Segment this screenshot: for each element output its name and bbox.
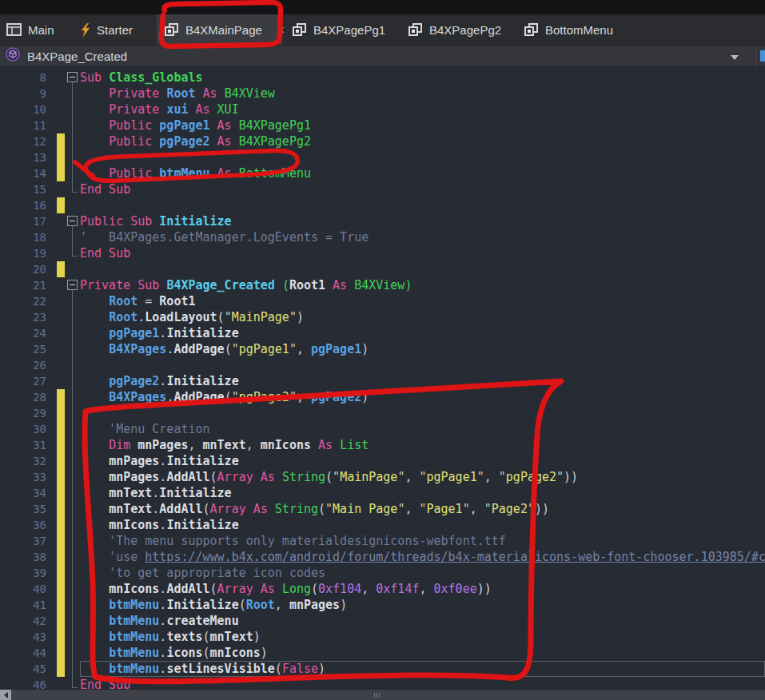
line-number: 17 — [0, 213, 54, 229]
code-line[interactable]: 20 — [0, 261, 765, 277]
line-number: 27 — [0, 373, 54, 389]
code-line[interactable]: 13 — [0, 149, 765, 165]
code-line[interactable]: 39 'to get appropriate icon codes — [0, 565, 765, 581]
code-line[interactable]: 14 Public btmMenu As BottomMenu — [0, 165, 765, 181]
change-marker-empty — [54, 229, 66, 245]
fold-guide — [66, 565, 80, 581]
tab-main[interactable]: Main — [6, 14, 54, 45]
fold-toggle-icon[interactable] — [66, 213, 80, 229]
code-token: pgPage1 — [159, 118, 217, 133]
code-line[interactable]: 44 btmMenu.icons(mnIcons) — [0, 645, 765, 661]
code-line[interactable]: 46End Sub — [0, 677, 765, 689]
fold-guide — [66, 613, 80, 629]
code-line[interactable]: 29 — [0, 405, 765, 421]
line-number: 42 — [0, 613, 54, 629]
code-line[interactable]: 28 B4XPages.AddPage("pgPage2", pgPage2) — [0, 389, 765, 405]
class-icon — [524, 23, 539, 37]
fold-toggle-icon[interactable] — [66, 70, 80, 86]
code-token: mnPages — [109, 454, 159, 468]
code-text: Root = Root1 — [80, 293, 765, 309]
code-line[interactable]: 30 'Menu Creation — [0, 421, 765, 437]
tab-b4xmainpage[interactable]: B4XMainPage × — [157, 14, 282, 45]
code-line[interactable]: 35 mnText.AddAll(Array As String("Main P… — [0, 501, 765, 517]
code-line[interactable]: 42 btmMenu.createMenu — [0, 613, 765, 629]
code-line[interactable]: 8Sub Class_Globals — [0, 70, 765, 86]
code-line[interactable]: 43 btmMenu.texts(mnText) — [0, 629, 765, 645]
change-marker — [54, 197, 66, 213]
code-token: 'Menu Creation — [80, 422, 210, 436]
code-token: LoadLayout — [145, 310, 217, 324]
fold-guide — [66, 581, 80, 597]
code-line[interactable]: 9 Private Root As B4XView — [0, 86, 765, 101]
code-token: Public — [109, 166, 159, 181]
code-token: )) — [535, 502, 549, 516]
change-marker-empty — [54, 181, 66, 197]
code-line[interactable]: 12 Public pgPage2 As B4XPagePg2 — [0, 133, 765, 149]
code-line[interactable]: 31 Dim mnPages, mnText, mnIcons As List — [0, 437, 765, 453]
code-line[interactable]: 10 Private xui As XUI — [0, 101, 765, 117]
code-line[interactable]: 38 'use https://www.b4x.com/android/foru… — [0, 549, 765, 565]
code-token: " — [528, 502, 535, 516]
scroll-left-arrow-icon[interactable] — [0, 690, 11, 700]
code-line[interactable]: 36 mnIcons.Initialize — [0, 517, 765, 533]
code-line[interactable]: 15End Sub — [0, 181, 765, 197]
code-line[interactable]: 22 Root = Root1 — [0, 293, 765, 309]
code-line[interactable]: 19End Sub — [0, 245, 765, 261]
line-number: 23 — [0, 309, 54, 325]
code-token: As — [318, 438, 340, 452]
code-line[interactable]: 34 mnText.Initialize — [0, 485, 765, 501]
change-marker — [54, 613, 66, 629]
code-line[interactable]: 17Public Sub Initialize — [0, 213, 765, 229]
code-line[interactable]: 26 — [0, 357, 765, 373]
code-line[interactable]: 23 Root.LoadLayout("MainPage") — [0, 309, 765, 325]
code-token: mnIcons — [210, 646, 261, 660]
code-token: False — [282, 662, 318, 676]
code-line[interactable]: 16 — [0, 197, 765, 213]
code-editor[interactable]: 8Sub Class_Globals9 Private Root As B4XV… — [0, 67, 765, 689]
code-token: Array As — [217, 470, 282, 484]
comment-link[interactable]: https://www.b4x.com/android/forum/thread… — [145, 550, 765, 564]
code-line[interactable]: 25 B4XPages.AddPage("pgPage1", pgPage1) — [0, 341, 765, 357]
sub-selector-combobox[interactable]: B4XPage_Created — [0, 45, 765, 67]
code-token: B4XPagePg1 — [239, 118, 311, 133]
fold-toggle-icon[interactable] — [66, 277, 80, 293]
fold-guide — [66, 149, 80, 165]
code-token: Long — [282, 582, 311, 596]
code-text — [80, 357, 765, 373]
code-token: ) — [261, 646, 268, 660]
code-line[interactable]: 37 'The menu supports only materialdesig… — [0, 533, 765, 549]
code-token: End Sub — [80, 182, 130, 197]
code-token: Root — [166, 86, 202, 101]
code-text: mnIcons.AddAll(Array As Long(0xf104, 0xf… — [80, 581, 765, 597]
tab-bottommenu[interactable]: BottomMenu — [524, 14, 613, 45]
tab-starter[interactable]: Starter — [81, 14, 133, 45]
class-icon — [408, 23, 423, 37]
fold-guide — [66, 677, 80, 689]
code-token: ' B4XPages.GetManager.LogEvents = True — [80, 230, 369, 245]
code-line[interactable]: 40 mnIcons.AddAll(Array As Long(0xf104, … — [0, 581, 765, 597]
code-line[interactable]: 45 btmMenu.setLinesVisible(False) — [0, 661, 765, 677]
code-line[interactable]: 24 pgPage1.Initialize — [0, 325, 765, 341]
code-token: " — [289, 390, 297, 404]
fold-guide — [66, 197, 80, 213]
code-token — [80, 614, 109, 628]
code-line[interactable]: 41 btmMenu.Initialize(Root, mnPages) — [0, 597, 765, 613]
chevron-down-icon[interactable] — [731, 55, 739, 60]
code-line[interactable]: 21Private Sub B4XPage_Created (Root1 As … — [0, 277, 765, 293]
horizontal-scrollbar[interactable] — [0, 689, 765, 700]
code-line[interactable]: 32 mnPages.Initialize — [0, 453, 765, 469]
tab-b4xpagepg2[interactable]: B4XPagePg2 — [408, 14, 501, 45]
code-line[interactable]: 27 pgPage2.Initialize — [0, 373, 765, 389]
code-token: pgPage2 — [159, 134, 217, 149]
code-token: AddAll — [166, 470, 209, 484]
line-number: 10 — [0, 101, 54, 117]
line-number: 28 — [0, 389, 54, 405]
close-icon[interactable]: × — [277, 23, 285, 37]
scrollbar-grip[interactable] — [374, 693, 380, 698]
code-token: )) — [564, 470, 578, 484]
tab-b4xpagepg1[interactable]: B4XPagePg1 — [293, 14, 385, 45]
code-token: " — [289, 342, 297, 356]
code-line[interactable]: 18' B4XPages.GetManager.LogEvents = True — [0, 229, 765, 245]
code-line[interactable]: 33 mnPages.AddAll(Array As String("MainP… — [0, 469, 765, 485]
code-line[interactable]: 11 Public pgPage1 As B4XPagePg1 — [0, 117, 765, 133]
